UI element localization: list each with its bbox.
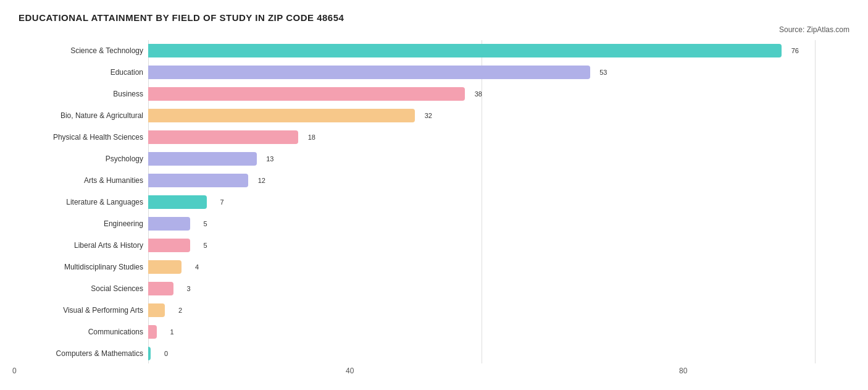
bar-row: Physical & Health Sciences18 (19, 127, 849, 147)
bar: 12 (148, 174, 248, 187)
bar-label: Literature & Languages (19, 198, 148, 206)
bar: 4 (148, 260, 182, 274)
bar-container: 12 (148, 173, 849, 188)
bar-value-label: 38 (475, 90, 482, 98)
bar-label: Business (19, 90, 148, 98)
bar-row: Multidisciplinary Studies4 (19, 256, 849, 277)
bar-row: Communications1 (19, 321, 849, 342)
bar-row: Business38 (19, 83, 849, 104)
bar-label: Visual & Performing Arts (19, 306, 148, 315)
bar: 0 (148, 347, 151, 360)
bar-container: 5 (148, 238, 849, 253)
bar-container: 5 (148, 216, 849, 231)
source-label: Source: ZipAtlas.com (19, 25, 849, 34)
bar-label: Engineering (19, 219, 148, 228)
bar: 13 (148, 152, 257, 166)
bar: 1 (148, 325, 157, 339)
bar-row: Science & Technology76 (19, 40, 849, 61)
bar-label: Physical & Health Sciences (19, 133, 148, 142)
bar-container: 32 (148, 108, 849, 123)
bar: 5 (148, 239, 190, 252)
bar-row: Education53 (19, 62, 849, 82)
bar-label: Social Sciences (19, 284, 148, 293)
bar-value-label: 76 (791, 47, 799, 54)
bar-row: Computers & Mathematics0 (19, 343, 849, 363)
bar-container: 2 (148, 303, 849, 318)
bar-value-label: 18 (308, 134, 315, 141)
bar-label: Bio, Nature & Agricultural (19, 111, 148, 120)
bar-value-label: 53 (599, 69, 607, 76)
bar-row: Literature & Languages7 (19, 192, 849, 212)
bar-value-label: 4 (195, 263, 199, 271)
x-tick: 80 (679, 367, 687, 375)
bars-and-grid: Science & Technology76Education53Busines… (19, 40, 849, 363)
x-tick: 0 (12, 367, 17, 375)
bar-value-label: 12 (258, 177, 265, 184)
bar-value-label: 5 (203, 242, 207, 249)
bar: 3 (148, 282, 173, 295)
bar-value-label: 13 (266, 155, 273, 163)
x-tick: 40 (346, 367, 354, 375)
bar-value-label: 3 (186, 285, 190, 292)
bar: 7 (148, 195, 207, 209)
bar-label: Computers & Mathematics (19, 349, 148, 358)
bar-row: Social Sciences3 (19, 278, 849, 299)
bar: 53 (148, 66, 590, 79)
bar-container: 38 (148, 87, 849, 101)
bar-value-label: 32 (425, 112, 432, 119)
bar-container: 13 (148, 151, 849, 166)
bar: 5 (148, 217, 190, 231)
bar-container: 53 (148, 65, 849, 80)
bar-value-label: 1 (170, 328, 173, 336)
bar: 2 (148, 303, 165, 317)
bar: 76 (148, 44, 782, 57)
chart-container: EDUCATIONAL ATTAINMENT BY FIELD OF STUDY… (19, 12, 849, 379)
bar-label: Liberal Arts & History (19, 241, 148, 250)
bar-value-label: 2 (178, 307, 182, 314)
bar-label: Multidisciplinary Studies (19, 263, 148, 271)
bar: 18 (148, 130, 298, 144)
chart-wrapper: Science & Technology76Education53Busines… (19, 40, 849, 379)
bar-row: Visual & Performing Arts2 (19, 300, 849, 320)
bar-label: Science & Technology (19, 46, 148, 55)
bar-row: Engineering5 (19, 213, 849, 234)
bar: 32 (148, 109, 415, 122)
bar-row: Bio, Nature & Agricultural32 (19, 105, 849, 125)
bar-container: 3 (148, 281, 849, 296)
bar-row: Psychology13 (19, 148, 849, 169)
bar-container: 76 (148, 43, 849, 58)
bar-container: 1 (148, 324, 849, 339)
bar-container: 7 (148, 195, 849, 210)
chart-title: EDUCATIONAL ATTAINMENT BY FIELD OF STUDY… (19, 12, 849, 23)
bar-label: Communications (19, 328, 148, 336)
bar-container: 18 (148, 130, 849, 145)
bar-container: 4 (148, 260, 849, 274)
bar: 38 (148, 87, 465, 101)
bar-label: Psychology (19, 155, 148, 163)
bar-value-label: 7 (220, 198, 223, 206)
bar-label: Arts & Humanities (19, 176, 148, 185)
bar-row: Liberal Arts & History5 (19, 235, 849, 255)
bar-container: 0 (148, 346, 849, 361)
bar-row: Arts & Humanities12 (19, 170, 849, 190)
bar-value-label: 5 (203, 220, 207, 227)
bar-label: Education (19, 68, 148, 77)
x-axis: 04080 (19, 367, 849, 379)
bar-value-label: 0 (164, 350, 168, 357)
